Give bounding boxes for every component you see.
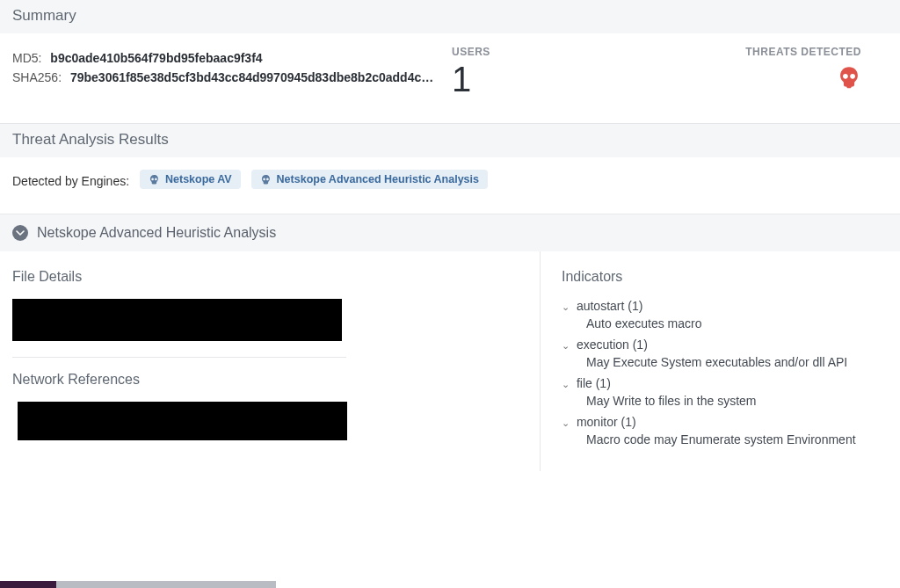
summary-header: Summary [0,0,900,33]
threats-label: THREATS DETECTED [674,46,861,58]
threat-analysis-title: Threat Analysis Results [12,131,169,148]
md5-value: b9c0ade410b564f79bd95febaac9f3f4 [50,51,262,65]
right-column: Indicators ⌄ autostart (1) Auto executes… [541,251,900,471]
file-details-title: File Details [12,269,527,285]
indicator-item: May Write to files in the system [586,394,879,408]
indicator-group-execution[interactable]: ⌄ execution (1) [562,338,879,352]
threats-metric: THREATS DETECTED [657,46,888,97]
left-column: File Details Network References [0,251,541,471]
detected-by-label: Detected by Engines: [12,174,129,188]
users-label: USERS [452,46,639,58]
divider [12,357,346,358]
indicator-item: May Execute System executables and/or dl… [586,355,879,369]
indicator-group-file[interactable]: ⌄ file (1) [562,376,879,390]
threat-analysis-body: Detected by Engines: Netskope AV Netskop… [0,157,900,214]
chevron-down-icon: ⌄ [562,417,570,428]
file-details-redacted [12,299,342,341]
hash-block: MD5: b9c0ade410b564f79bd95febaac9f3f4 SH… [12,46,434,97]
engine-chip-label: Netskope AV [165,173,232,185]
summary-section: Summary MD5: b9c0ade410b564f79bd95febaac… [0,0,900,124]
heuristic-body: File Details Network References Indicato… [0,251,900,471]
engine-chip-netskope-av[interactable]: Netskope AV [140,170,241,189]
indicator-group-label: autostart (1) [577,299,642,313]
chevron-down-icon: ⌄ [562,340,570,351]
users-value: 1 [452,62,639,97]
heuristic-accordion-toggle[interactable]: Netskope Advanced Heuristic Analysis [0,214,900,251]
summary-title: Summary [12,7,76,24]
summary-body: MD5: b9c0ade410b564f79bd95febaac9f3f4 SH… [0,33,900,123]
engine-chip-label: Netskope Advanced Heuristic Analysis [277,173,479,185]
skull-icon [149,174,160,185]
md5-label: MD5: [12,51,41,65]
md5-row: MD5: b9c0ade410b564f79bd95febaac9f3f4 [12,51,434,65]
indicators-title: Indicators [562,269,879,285]
chevron-down-icon [12,225,28,241]
threat-analysis-section: Threat Analysis Results Detected by Engi… [0,124,900,214]
network-refs-redacted [18,402,347,440]
skull-svg [837,65,861,90]
sha256-row: SHA256: 79be3061f85e38d5cf3bd43cc84d9970… [12,70,434,84]
skull-icon [260,174,272,185]
sha256-value: 79be3061f85e38d5cf3bd43cc84d9970945d83db… [70,70,433,84]
indicator-group-monitor[interactable]: ⌄ monitor (1) [562,415,879,429]
indicator-group-autostart[interactable]: ⌄ autostart (1) [562,299,879,313]
chevron-down-icon: ⌄ [562,379,570,389]
engine-chip-heuristic[interactable]: Netskope Advanced Heuristic Analysis [251,170,488,189]
skull-icon [837,65,861,92]
indicator-group-label: file (1) [577,376,611,390]
network-refs-title: Network References [12,372,527,388]
indicator-item: Auto executes macro [586,316,879,330]
indicator-group-label: monitor (1) [577,415,636,429]
threat-analysis-header: Threat Analysis Results [0,124,900,157]
users-metric: USERS 1 [434,46,657,97]
heuristic-title: Netskope Advanced Heuristic Analysis [37,225,276,241]
indicator-item: Macro code may Enumerate system Environm… [586,432,879,446]
indicator-group-label: execution (1) [577,338,648,352]
chevron-down-icon: ⌄ [562,301,570,312]
sha256-label: SHA256: [12,70,62,84]
